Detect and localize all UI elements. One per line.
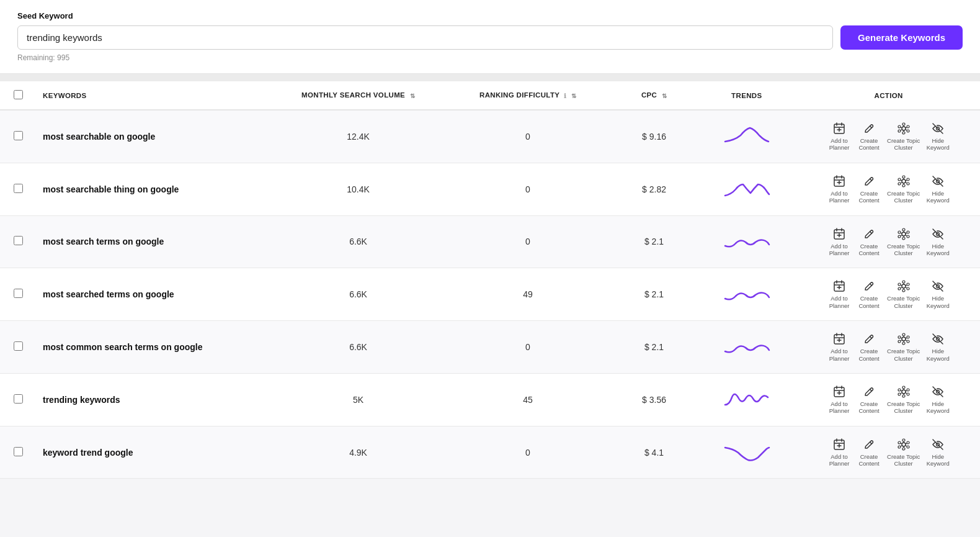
action-add-planner-row-6[interactable]: Add toPlanner	[827, 438, 851, 467]
create-content-label-3: CreateContent	[858, 295, 879, 309]
row-keyword-5: trending keywords	[29, 373, 273, 426]
add-planner-icon-2	[832, 227, 846, 241]
seed-keyword-label: Seed Keyword	[17, 11, 963, 20]
create-content-label-5: CreateContent	[858, 400, 879, 415]
select-all-checkbox[interactable]	[14, 90, 23, 99]
action-create-topic-cluster-row-4[interactable]: Create TopicCluster	[887, 332, 920, 362]
hide-keyword-label-4: HideKeyword	[927, 348, 950, 362]
keywords-table-container: KEYWORDS MONTHLY SEARCH VOLUME ⇅ RANKING…	[0, 81, 980, 479]
row-trend-6	[696, 426, 797, 479]
row-checkbox-cell-1	[0, 163, 29, 215]
svg-point-136	[907, 446, 909, 448]
svg-point-117	[898, 393, 901, 395]
svg-line-69	[870, 284, 872, 286]
svg-line-37	[905, 182, 907, 183]
row-action-5: Add toPlanner CreateContent	[797, 373, 980, 426]
create-topic-cluster-icon-1	[897, 174, 911, 188]
svg-point-135	[907, 441, 909, 444]
action-create-topic-cluster-row-2[interactable]: Create TopicCluster	[887, 227, 920, 257]
row-checkbox-2[interactable]	[14, 236, 23, 245]
hide-keyword-label-6: HideKeyword	[927, 453, 950, 467]
svg-point-33	[898, 183, 901, 185]
svg-point-112	[902, 390, 906, 394]
action-hide-keyword-row-5[interactable]: HideKeyword	[926, 385, 950, 415]
row-checkbox-5[interactable]	[14, 394, 23, 404]
action-create-content-row-6[interactable]: CreateContent	[857, 438, 881, 467]
svg-point-118	[898, 389, 901, 391]
action-add-planner-row-3[interactable]: Add toPlanner	[827, 279, 851, 309]
table-row: most searchable thing on google10.4K0$ 2…	[0, 163, 980, 215]
action-create-content-row-2[interactable]: CreateContent	[857, 227, 881, 257]
row-rd-1: 0	[443, 163, 612, 215]
action-add-planner-row-5[interactable]: Add toPlanner	[827, 385, 851, 415]
action-add-planner-row-1[interactable]: Add toPlanner	[827, 174, 851, 204]
action-create-content-row-4[interactable]: CreateContent	[857, 332, 881, 362]
action-create-content-row-5[interactable]: CreateContent	[857, 385, 881, 415]
row-checkbox-3[interactable]	[14, 289, 23, 298]
table-row: most search terms on google6.6K0$ 2.1 Ad…	[0, 215, 980, 268]
svg-point-50	[902, 228, 905, 231]
trend-chart-6	[722, 439, 772, 466]
create-topic-cluster-label-4: Create TopicCluster	[887, 348, 920, 362]
cpc-column-header[interactable]: CPC ⇅	[612, 81, 697, 110]
svg-point-30	[907, 178, 909, 181]
table-row: keyword trend google4.9K0$ 4.1 Add toPla…	[0, 426, 980, 479]
action-create-topic-cluster-row-5[interactable]: Create TopicCluster	[887, 385, 920, 415]
action-create-content-row-0[interactable]: CreateContent	[857, 122, 881, 151]
svg-line-100	[905, 340, 907, 341]
select-all-header[interactable]	[0, 81, 29, 110]
svg-line-144	[900, 445, 902, 446]
svg-point-52	[907, 235, 909, 238]
action-add-planner-row-0[interactable]: Add toPlanner	[827, 122, 851, 151]
row-msv-1: 10.4K	[273, 163, 443, 215]
add-planner-icon-1	[832, 174, 846, 188]
row-trend-1	[696, 163, 797, 215]
row-checkbox-1[interactable]	[14, 184, 23, 193]
seed-keyword-input[interactable]	[17, 25, 833, 50]
action-hide-keyword-row-4[interactable]: HideKeyword	[926, 332, 950, 362]
svg-point-137	[902, 448, 905, 450]
action-create-topic-cluster-row-6[interactable]: Create TopicCluster	[887, 438, 920, 467]
trend-chart-4	[722, 334, 772, 361]
action-add-planner-row-4[interactable]: Add toPlanner	[827, 332, 851, 362]
action-add-planner-row-2[interactable]: Add toPlanner	[827, 227, 851, 257]
action-hide-keyword-row-1[interactable]: HideKeyword	[926, 174, 950, 204]
trend-chart-5	[722, 386, 772, 413]
create-topic-cluster-label-2: Create TopicCluster	[887, 243, 920, 257]
action-create-topic-cluster-row-1[interactable]: Create TopicCluster	[887, 174, 920, 204]
row-rd-3: 49	[443, 268, 612, 321]
keywords-column-header: KEYWORDS	[29, 81, 273, 110]
table-row: most searched terms on google6.6K49$ 2.1…	[0, 268, 980, 321]
row-trend-0	[696, 110, 797, 163]
add-planner-label-4: Add toPlanner	[829, 348, 850, 362]
action-hide-keyword-row-0[interactable]: HideKeyword	[926, 122, 950, 151]
row-action-6: Add toPlanner CreateContent	[797, 426, 980, 479]
action-hide-keyword-row-6[interactable]: HideKeyword	[926, 438, 950, 467]
row-keyword-4: most common search terms on google	[29, 321, 273, 374]
svg-point-13	[898, 125, 901, 128]
create-content-icon-6	[862, 438, 876, 451]
svg-point-113	[902, 386, 905, 389]
svg-point-116	[902, 395, 905, 397]
svg-line-27	[870, 179, 872, 181]
action-create-content-row-3[interactable]: CreateContent	[857, 279, 881, 309]
row-keyword-2: most search terms on google	[29, 215, 273, 268]
action-create-content-row-1[interactable]: CreateContent	[857, 174, 881, 204]
svg-point-138	[898, 446, 901, 448]
action-create-topic-cluster-row-0[interactable]: Create TopicCluster	[887, 122, 920, 151]
create-topic-cluster-label-5: Create TopicCluster	[887, 400, 920, 415]
msv-column-header[interactable]: MONTHLY SEARCH VOLUME ⇅	[273, 81, 443, 110]
svg-point-91	[902, 337, 906, 341]
row-checkbox-0[interactable]	[14, 131, 23, 140]
hide-keyword-icon-2	[931, 227, 945, 241]
svg-point-8	[902, 123, 905, 125]
rd-column-header[interactable]: RANKING DIFFICULTY ℹ ⇅	[443, 81, 612, 110]
svg-point-92	[902, 333, 905, 336]
action-hide-keyword-row-3[interactable]: HideKeyword	[926, 279, 950, 309]
generate-keywords-button[interactable]: Generate Keywords	[840, 25, 963, 50]
action-create-topic-cluster-row-3[interactable]: Create TopicCluster	[887, 279, 920, 309]
row-msv-5: 5K	[273, 373, 443, 426]
row-checkbox-4[interactable]	[14, 341, 23, 351]
action-hide-keyword-row-2[interactable]: HideKeyword	[926, 227, 950, 257]
row-checkbox-6[interactable]	[14, 447, 23, 456]
